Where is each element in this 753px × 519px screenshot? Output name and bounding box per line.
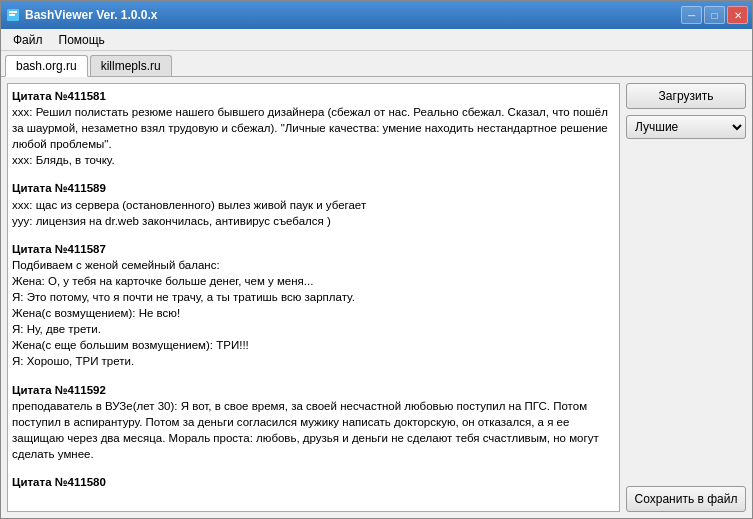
tab-bar: bash.org.ru killmepls.ru [1, 51, 752, 77]
type-dropdown[interactable]: Лучшие Новые Случайные [626, 115, 746, 139]
sidebar: Загрузить Лучшие Новые Случайные Сохрани… [626, 83, 746, 512]
quote-2-title: Цитата №411589 [12, 180, 615, 196]
quote-4: Цитата №411592 преподаватель в ВУЗе(лет … [12, 382, 615, 462]
main-content: Цитата №411581 xxx: Решил полистать резю… [1, 77, 752, 518]
menu-file[interactable]: Файл [5, 31, 51, 49]
tab-killmepls-ru[interactable]: killmepls.ru [90, 55, 172, 76]
quotes-area[interactable]: Цитата №411581 xxx: Решил полистать резю… [7, 83, 620, 512]
quote-3-text: Подбиваем с женой семейный баланс:Жена: … [12, 257, 615, 370]
quote-4-title: Цитата №411592 [12, 382, 615, 398]
svg-rect-1 [9, 11, 17, 13]
quote-1-text: xxx: Решил полистать резюме нашего бывше… [12, 104, 615, 168]
quote-2-text: xxx: щас из сервера (остановленного) выл… [12, 197, 615, 229]
load-button[interactable]: Загрузить [626, 83, 746, 109]
maximize-button[interactable]: □ [704, 6, 725, 24]
window-controls: ─ □ ✕ [681, 6, 748, 24]
close-button[interactable]: ✕ [727, 6, 748, 24]
quote-3: Цитата №411587 Подбиваем с женой семейны… [12, 241, 615, 370]
app-icon [5, 7, 21, 23]
menu-bar: Файл Помощь [1, 29, 752, 51]
quote-1: Цитата №411581 xxx: Решил полистать резю… [12, 88, 615, 168]
quote-4-text: преподаватель в ВУЗе(лет 30): Я вот, в с… [12, 398, 615, 462]
svg-rect-2 [9, 14, 15, 16]
tab-bash-org-ru[interactable]: bash.org.ru [5, 55, 88, 77]
quote-1-title: Цитата №411581 [12, 88, 615, 104]
quote-5: Цитата №411580 [12, 474, 615, 490]
window-title: BashViewer Ver. 1.0.0.x [25, 8, 681, 22]
save-button[interactable]: Сохранить в файл [626, 486, 746, 512]
quote-2: Цитата №411589 xxx: щас из сервера (оста… [12, 180, 615, 228]
quote-5-title: Цитата №411580 [12, 474, 615, 490]
quote-3-title: Цитата №411587 [12, 241, 615, 257]
title-bar: BashViewer Ver. 1.0.0.x ─ □ ✕ [1, 1, 752, 29]
sidebar-spacer [626, 145, 746, 480]
main-window: BashViewer Ver. 1.0.0.x ─ □ ✕ Файл Помощ… [0, 0, 753, 519]
menu-help[interactable]: Помощь [51, 31, 113, 49]
minimize-button[interactable]: ─ [681, 6, 702, 24]
